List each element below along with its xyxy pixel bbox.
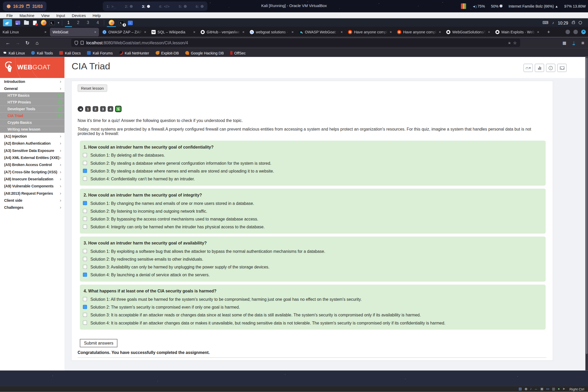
- chevron-down-icon[interactable]: ▾: [58, 21, 59, 24]
- sidebar-item-http-basics[interactable]: HTTP Basics✓: [0, 92, 64, 99]
- firefox-running-icon[interactable]: [107, 19, 116, 27]
- sidebar-item-a8-insecure-deserialization[interactable]: (A8) Insecure Deserialization›: [0, 175, 64, 182]
- sidebar-item-a4-xml-external-entities-xxe[interactable]: (A4) XML External Entities (XXE)›: [0, 154, 64, 161]
- forward-button[interactable]: →: [13, 40, 22, 46]
- previous-page-button[interactable]: ◀: [78, 106, 83, 112]
- kali-workspace-4[interactable]: 4: [94, 19, 101, 27]
- terminal-running-icon[interactable]: $_3: [119, 20, 125, 26]
- tab-close-icon[interactable]: ×: [390, 30, 392, 34]
- tab-close-icon[interactable]: ×: [94, 30, 96, 34]
- shared-folder-icon[interactable]: ▭: [546, 386, 549, 392]
- color-profile-icon[interactable]: [461, 3, 466, 9]
- reset-lesson-button[interactable]: Reset lesson: [78, 84, 107, 92]
- answer-option[interactable]: Solution 2: By stealing a database where…: [83, 161, 542, 165]
- extensions-icon[interactable]: ▦: [562, 40, 566, 45]
- answer-checkbox-checked[interactable]: [83, 273, 87, 277]
- contact-button[interactable]: [557, 64, 567, 72]
- answer-option[interactable]: Solution 2: By redirecting sensitive ema…: [83, 257, 542, 261]
- answer-option[interactable]: Solution 3: It is acceptable if an attac…: [83, 313, 542, 317]
- bookmark-star-icon[interactable]: ☆: [513, 40, 517, 45]
- bookmark-kali[interactable]: Kali Linux: [3, 51, 25, 55]
- answer-checkbox[interactable]: [83, 321, 87, 325]
- answer-option[interactable]: Solution 4: Integrity can only be harmed…: [83, 225, 542, 229]
- kali-workspace-1[interactable]: 1: [65, 19, 72, 27]
- bookmark-kalidocs[interactable]: Kali Docs: [59, 51, 81, 55]
- kali-menu-button[interactable]: [3, 19, 12, 26]
- sidebar-item-a9-vulnerable-components[interactable]: (A9) Vulnerable Components›: [0, 183, 64, 190]
- bookmark-kaliforums[interactable]: Kali Forums: [87, 51, 113, 55]
- answer-checkbox[interactable]: [83, 257, 87, 261]
- tab-close-icon[interactable]: ×: [193, 30, 195, 34]
- answer-checkbox[interactable]: [83, 249, 87, 253]
- recording-icon[interactable]: ●: [558, 386, 560, 392]
- answer-checkbox[interactable]: [83, 209, 87, 213]
- sidebar-item-writing-new-lesson[interactable]: Writing new lesson: [0, 126, 64, 133]
- mouse-integration-icon[interactable]: ➤: [562, 386, 565, 392]
- sidebar-item-general[interactable]: General›: [0, 85, 64, 92]
- answer-checkbox[interactable]: [83, 265, 87, 269]
- tab-close-icon[interactable]: ×: [44, 30, 46, 34]
- scoreboard-button[interactable]: [535, 64, 544, 72]
- tracking-shield-icon[interactable]: [75, 41, 78, 45]
- brightness-status[interactable]: 50%: [491, 4, 503, 8]
- answer-option[interactable]: Solution 3: By stealing a database where…: [83, 169, 542, 173]
- answer-checkbox[interactable]: [83, 177, 87, 181]
- optical-drive-icon[interactable]: ◉: [524, 386, 527, 392]
- minimize-button[interactable]: [566, 30, 570, 34]
- browser-tab[interactable]: GitHub - vernjan/we×: [198, 27, 247, 37]
- bookmark-kalitools[interactable]: Kali Tools: [31, 51, 53, 55]
- tab-close-icon[interactable]: ×: [488, 30, 490, 34]
- tab-close-icon[interactable]: ×: [242, 30, 244, 34]
- browser-tab[interactable]: OWASP ZAP – ZAP I×: [100, 27, 149, 37]
- menu-file[interactable]: File: [3, 13, 16, 17]
- menu-view[interactable]: View: [38, 13, 53, 17]
- tab-close-icon[interactable]: ×: [144, 30, 146, 34]
- answer-checkbox[interactable]: [83, 225, 87, 229]
- answer-checkbox-checked[interactable]: [83, 305, 87, 309]
- audio-icon[interactable]: ♪: [530, 386, 532, 392]
- kali-workspace-2[interactable]: 2: [75, 19, 82, 27]
- lesson-page-4[interactable]: 4: [108, 106, 113, 112]
- sidebar-item-client-side[interactable]: Client side›: [0, 197, 64, 204]
- page-info-icon[interactable]: [81, 41, 84, 45]
- answer-option[interactable]: Solution 1: All three goals must be harm…: [83, 297, 542, 301]
- user-menu-button[interactable]: ▾: [524, 64, 533, 72]
- answer-option[interactable]: Solution 1: By exploiting a software bug…: [83, 249, 542, 253]
- answer-checkbox[interactable]: [83, 161, 87, 165]
- answer-option[interactable]: Solution 1: By changing the names and em…: [83, 201, 542, 205]
- submit-answers-button[interactable]: Submit answers: [80, 339, 117, 347]
- lesson-page-2[interactable]: 2: [93, 106, 98, 112]
- lesson-page-3[interactable]: 3: [100, 106, 106, 112]
- volume-status[interactable]: ◄)75%: [472, 4, 485, 8]
- lesson-page-5[interactable]: 5: [115, 106, 121, 112]
- answer-option[interactable]: Solution 2: The system's security is com…: [83, 305, 542, 309]
- browser-tab[interactable]: Have anyone comple×: [345, 27, 394, 37]
- sidebar-item-a1-injection[interactable]: (A1) Injection›: [0, 133, 64, 140]
- scrollbar-thumb[interactable]: [586, 58, 587, 354]
- sidebar-item-http-proxies[interactable]: HTTP Proxies✓: [0, 99, 64, 106]
- url-text[interactable]: localhost:8080/WebGoat/start.mvc#lesson/…: [86, 40, 506, 45]
- maximize-button[interactable]: [573, 30, 578, 34]
- url-bar[interactable]: localhost:8080/WebGoat/start.mvc#lesson/…: [71, 39, 520, 47]
- menu-help[interactable]: Help: [89, 13, 104, 17]
- answer-option[interactable]: Solution 2: By listening to incoming and…: [83, 209, 542, 213]
- answer-option[interactable]: Solution 4: By launching a denial of ser…: [83, 273, 542, 277]
- kali-clock[interactable]: 10:29: [558, 20, 568, 25]
- answer-checkbox[interactable]: [83, 153, 87, 157]
- network-adapter-icon[interactable]: ↔: [534, 386, 538, 392]
- kali-workspace-3[interactable]: 3: [84, 19, 91, 27]
- page-scrollbar[interactable]: [585, 57, 588, 371]
- answer-option[interactable]: Solution 4: It is acceptable if an attac…: [83, 321, 542, 325]
- answer-option[interactable]: Solution 3: By bypassing the access cont…: [83, 217, 542, 221]
- sidebar-item-introduction[interactable]: Introduction›: [0, 78, 64, 85]
- terminal-launcher-icon[interactable]: $_: [49, 20, 55, 26]
- menu-input[interactable]: Input: [53, 13, 69, 17]
- menu-devices[interactable]: Devices: [69, 13, 89, 17]
- network-status[interactable]: Internet Familie Bolz (66%)▲: [509, 4, 558, 8]
- home-button[interactable]: ⌂: [32, 40, 42, 46]
- text-editor-icon[interactable]: [32, 20, 38, 26]
- answer-option[interactable]: Solution 3: Availability can only be har…: [83, 265, 542, 269]
- sidebar-item-cia-triad[interactable]: CIA Triad✓: [0, 113, 64, 119]
- webgoat-header[interactable]: WEBGOAT: [0, 57, 64, 78]
- bookmark-exploitdb[interactable]: Exploit-DB: [156, 51, 179, 55]
